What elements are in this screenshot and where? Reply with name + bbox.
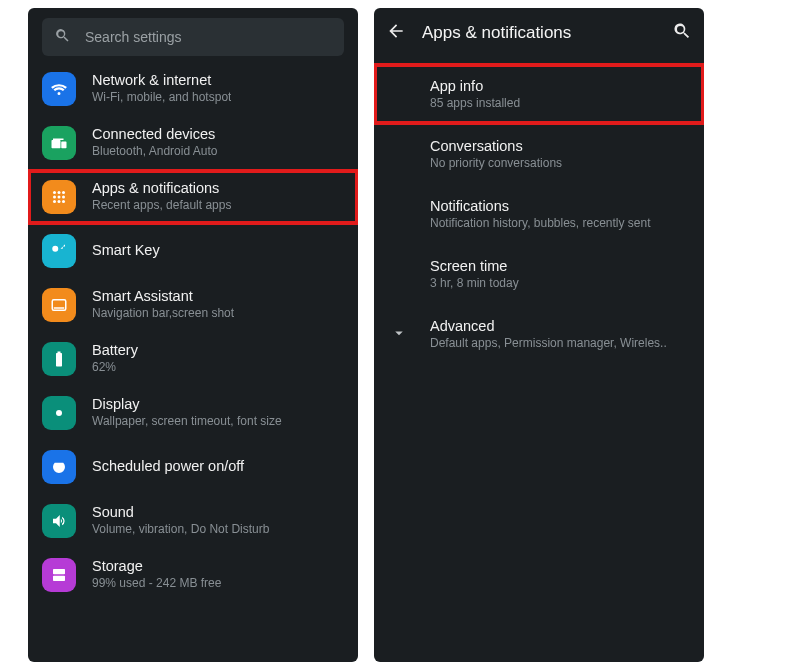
item-title: Conversations [430, 138, 688, 154]
setting-subtitle: 99% used - 242 MB free [92, 576, 221, 592]
apps-icon [42, 180, 76, 214]
page-title: Apps & notifications [422, 23, 656, 43]
setting-title: Apps & notifications [92, 180, 231, 197]
setting-subtitle: 62% [92, 360, 138, 376]
setting-subtitle: Bluetooth, Android Auto [92, 144, 217, 160]
setting-sound[interactable]: Sound Volume, vibration, Do Not Disturb [28, 494, 358, 548]
item-advanced[interactable]: Advanced Default apps, Permission manage… [374, 304, 704, 364]
setting-smart-assistant[interactable]: Smart Assistant Navigation bar,screen sh… [28, 278, 358, 332]
setting-title: Display [92, 396, 282, 413]
setting-display[interactable]: Display Wallpaper, screen timeout, font … [28, 386, 358, 440]
sound-icon [42, 504, 76, 538]
item-subtitle: No priority conversations [430, 156, 688, 170]
setting-subtitle: Wallpaper, screen timeout, font size [92, 414, 282, 430]
item-notifications[interactable]: Notifications Notification history, bubb… [374, 184, 704, 244]
navbar-icon [42, 288, 76, 322]
setting-title: Sound [92, 504, 269, 521]
setting-title: Battery [92, 342, 138, 359]
search-settings[interactable]: Search settings [42, 18, 344, 56]
setting-subtitle: Volume, vibration, Do Not Disturb [92, 522, 269, 538]
setting-title: Smart Key [92, 242, 160, 259]
power-icon [42, 450, 76, 484]
setting-title: Storage [92, 558, 221, 575]
setting-title: Network & internet [92, 72, 231, 89]
setting-subtitle: Recent apps, default apps [92, 198, 231, 214]
settings-screen: Search settings Network & internet Wi-Fi… [28, 8, 358, 662]
item-app-info[interactable]: App info 85 apps installed [374, 64, 704, 124]
search-icon [54, 27, 71, 48]
setting-apps-notifications[interactable]: Apps & notifications Recent apps, defaul… [28, 170, 358, 224]
item-title: Notifications [430, 198, 688, 214]
item-subtitle: 3 hr, 8 min today [430, 276, 688, 290]
battery-icon [42, 342, 76, 376]
apps-notifications-list: App info 85 apps installed Conversations… [374, 58, 704, 370]
setting-subtitle: Wi-Fi, mobile, and hotspot [92, 90, 231, 106]
settings-list: Network & internet Wi-Fi, mobile, and ho… [28, 62, 358, 602]
setting-title: Connected devices [92, 126, 217, 143]
chevron-down-icon [390, 324, 410, 344]
apps-notifications-screen: Apps & notifications App info 85 apps in… [374, 8, 704, 662]
key-icon [42, 234, 76, 268]
item-title: Screen time [430, 258, 688, 274]
back-button[interactable] [386, 21, 406, 45]
item-screen-time[interactable]: Screen time 3 hr, 8 min today [374, 244, 704, 304]
setting-network-internet[interactable]: Network & internet Wi-Fi, mobile, and ho… [28, 62, 358, 116]
setting-subtitle: Navigation bar,screen shot [92, 306, 234, 322]
setting-connected-devices[interactable]: Connected devices Bluetooth, Android Aut… [28, 116, 358, 170]
setting-title: Smart Assistant [92, 288, 234, 305]
app-bar: Apps & notifications [374, 8, 704, 58]
display-icon [42, 396, 76, 430]
setting-storage[interactable]: Storage 99% used - 242 MB free [28, 548, 358, 602]
devices-icon [42, 126, 76, 160]
item-subtitle: Notification history, bubbles, recently … [430, 216, 688, 230]
item-title: Advanced [430, 318, 688, 334]
setting-title: Scheduled power on/off [92, 458, 244, 475]
item-title: App info [430, 78, 688, 94]
setting-battery[interactable]: Battery 62% [28, 332, 358, 386]
setting-smart-key[interactable]: Smart Key [28, 224, 358, 278]
item-subtitle: Default apps, Permission manager, Wirele… [430, 336, 688, 350]
wifi-icon [42, 72, 76, 106]
setting-scheduled-power[interactable]: Scheduled power on/off [28, 440, 358, 494]
search-button[interactable] [672, 21, 692, 45]
item-conversations[interactable]: Conversations No priority conversations [374, 124, 704, 184]
search-placeholder: Search settings [85, 29, 182, 45]
storage-icon [42, 558, 76, 592]
item-subtitle: 85 apps installed [430, 96, 688, 110]
